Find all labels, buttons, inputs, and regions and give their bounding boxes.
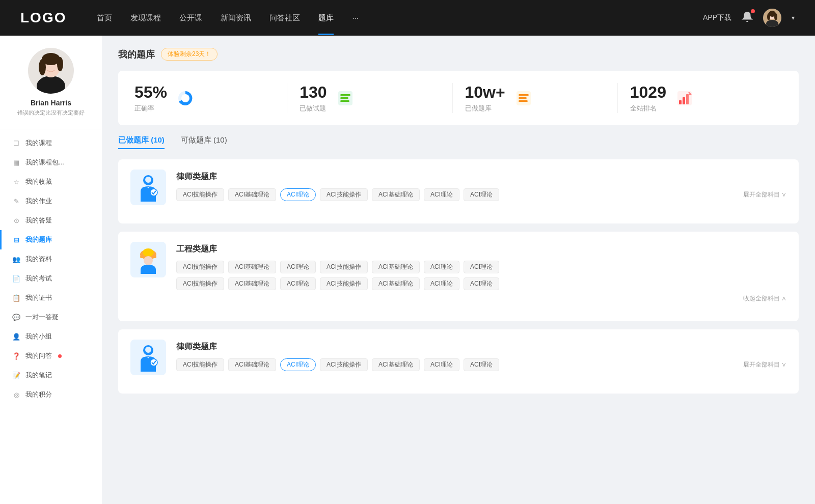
- stat-done-banks-label: 已做题库: [465, 104, 505, 113]
- svg-point-28: [145, 177, 151, 183]
- user-avatar[interactable]: [763, 9, 781, 27]
- svg-point-10: [39, 59, 46, 75]
- sidebar-item-homework[interactable]: ✎ 我的作业: [0, 191, 102, 211]
- tag[interactable]: ACI理论: [464, 261, 499, 273]
- sidebar-item-points[interactable]: ◎ 我的积分: [0, 385, 102, 404]
- expand-link-3[interactable]: 展开全部科目 ∨: [743, 360, 786, 369]
- svg-point-34: [144, 256, 153, 265]
- tag[interactable]: ACI理论: [424, 277, 459, 290]
- sidebar-item-exam[interactable]: 📄 我的考试: [0, 269, 102, 288]
- tag[interactable]: ACI理论: [424, 188, 459, 201]
- logo[interactable]: LOGO: [20, 10, 66, 26]
- nav-more[interactable]: ···: [352, 13, 359, 23]
- data-icon: 👥: [12, 255, 20, 263]
- sidebar-item-course[interactable]: ☐ 我的课程: [0, 133, 102, 153]
- sidebar-item-notes[interactable]: 📝 我的笔记: [0, 366, 102, 385]
- svg-point-36: [145, 347, 151, 353]
- sidebar-label-questions: 我的问答: [25, 351, 52, 360]
- notes-icon: 📝: [12, 371, 20, 379]
- svg-point-4: [767, 13, 770, 20]
- tag[interactable]: ACI基础理论: [372, 358, 420, 371]
- tabs: 已做题库 (10) 可做题库 (10): [118, 135, 799, 149]
- sidebar-item-certificate[interactable]: 📋 我的证书: [0, 288, 102, 307]
- tab-done-banks[interactable]: 已做题库 (10): [118, 135, 165, 149]
- tag[interactable]: ACI技能操作: [176, 358, 224, 371]
- sidebar-item-questions[interactable]: ❓ 我的问答: [0, 346, 102, 366]
- svg-point-33: [143, 248, 154, 257]
- qbank-card-1: 律师类题库 ACI技能操作 ACI基础理论 ACI理论 ACI技能操作 ACI基…: [118, 159, 799, 223]
- tag[interactable]: ACI理论: [280, 277, 316, 290]
- stat-accuracy-icon: [175, 88, 196, 108]
- tab-available-banks[interactable]: 可做题库 (10): [181, 135, 227, 149]
- svg-point-38: [150, 359, 157, 366]
- 1on1-icon: 💬: [12, 313, 20, 321]
- navbar: LOGO 首页 发现课程 公开课 新闻资讯 问答社区 题库 ··· APP下载: [0, 0, 815, 36]
- sidebar-item-course-package[interactable]: ▦ 我的课程包...: [0, 153, 102, 172]
- sidebar-label-collection: 我的收藏: [25, 177, 52, 186]
- notification-badge: [751, 9, 755, 13]
- tag[interactable]: ACI理论: [424, 261, 459, 273]
- tag[interactable]: ACI技能操作: [320, 188, 368, 201]
- stat-accuracy: 55% 正确率: [134, 83, 287, 113]
- tag[interactable]: ACI技能操作: [176, 188, 224, 201]
- tag-active[interactable]: ACI理论: [280, 358, 316, 371]
- qbank-icon: ⊟: [12, 236, 20, 244]
- svg-point-30: [150, 189, 157, 196]
- tag[interactable]: ACI基础理论: [228, 358, 276, 371]
- tag[interactable]: ACI理论: [280, 261, 316, 273]
- qbank-card-3-title: 律师类题库: [176, 342, 786, 352]
- notification-bell[interactable]: [742, 11, 753, 24]
- user-menu-chevron[interactable]: ▾: [792, 14, 795, 21]
- svg-rect-24: [683, 97, 685, 104]
- collapse-link-2[interactable]: 收起全部科目 ∧: [743, 294, 786, 303]
- sidebar-item-collection[interactable]: ☆ 我的收藏: [0, 172, 102, 191]
- qbank-card-2: 工程类题库 ACI技能操作 ACI基础理论 ACI理论 ACI技能操作 ACI基…: [118, 232, 799, 321]
- course-icon: ☐: [12, 139, 20, 147]
- exam-icon: 📄: [12, 274, 20, 283]
- tag[interactable]: ACI技能操作: [320, 261, 368, 273]
- questions-icon: ❓: [12, 352, 20, 360]
- qbank-card-2-title: 工程类题库: [176, 244, 786, 255]
- tag[interactable]: ACI基础理论: [372, 261, 420, 273]
- nav-home[interactable]: 首页: [97, 13, 112, 23]
- tag[interactable]: ACI理论: [424, 358, 459, 371]
- sidebar-label-group: 我的小组: [25, 332, 52, 341]
- sidebar-item-group[interactable]: 👤 我的小组: [0, 327, 102, 346]
- stats-row: 55% 正确率 130 已做试题: [118, 71, 799, 125]
- sidebar-profile: Brian Harris 错误的决定比没有决定要好: [0, 48, 102, 129]
- sidebar-item-qbank[interactable]: ⊟ 我的题库: [0, 230, 102, 249]
- nav-discover[interactable]: 发现课程: [130, 13, 161, 23]
- sidebar-avatar: [28, 48, 74, 94]
- doubt-icon: ⊙: [12, 216, 20, 225]
- nav-qa[interactable]: 问答社区: [269, 13, 300, 23]
- tag[interactable]: ACI技能操作: [320, 358, 368, 371]
- app-download-link[interactable]: APP下载: [703, 13, 731, 22]
- tag[interactable]: ACI技能操作: [320, 277, 368, 290]
- tag[interactable]: ACI基础理论: [228, 277, 276, 290]
- sidebar-item-data[interactable]: 👥 我的资料: [0, 249, 102, 269]
- qbank-card-3-tags: 律师类题库 ACI技能操作 ACI基础理论 ACI理论 ACI技能操作 ACI基…: [176, 340, 786, 371]
- tag[interactable]: ACI基础理论: [228, 188, 276, 201]
- nav-open[interactable]: 公开课: [179, 13, 202, 23]
- tag[interactable]: ACI技能操作: [176, 261, 224, 273]
- nav-links: 首页 发现课程 公开课 新闻资讯 问答社区 题库 ···: [97, 13, 703, 23]
- stat-done-questions-value: 130: [300, 83, 327, 102]
- svg-rect-16: [340, 97, 348, 99]
- nav-news[interactable]: 新闻资讯: [221, 13, 251, 23]
- tag[interactable]: ACI基础理论: [228, 261, 276, 273]
- tag[interactable]: ACI理论: [464, 358, 499, 371]
- tag[interactable]: ACI理论: [464, 188, 499, 201]
- expand-link-1[interactable]: 展开全部科目 ∨: [743, 190, 786, 199]
- tag[interactable]: ACI基础理论: [372, 277, 420, 290]
- nav-qbank[interactable]: 题库: [318, 13, 334, 23]
- tag[interactable]: ACI基础理论: [372, 188, 420, 201]
- tag[interactable]: ACI理论: [464, 277, 499, 290]
- sidebar-label-exam: 我的考试: [25, 274, 52, 283]
- stat-done-questions: 130 已做试题: [287, 83, 452, 113]
- sidebar-item-doubt[interactable]: ⊙ 我的答疑: [0, 211, 102, 230]
- tag-active[interactable]: ACI理论: [280, 188, 316, 201]
- stat-rank-value: 1029: [630, 83, 666, 102]
- tag[interactable]: ACI技能操作: [176, 277, 224, 290]
- sidebar-item-1on1[interactable]: 💬 一对一答疑: [0, 307, 102, 327]
- user-motto: 错误的决定比没有决定要好: [8, 109, 94, 117]
